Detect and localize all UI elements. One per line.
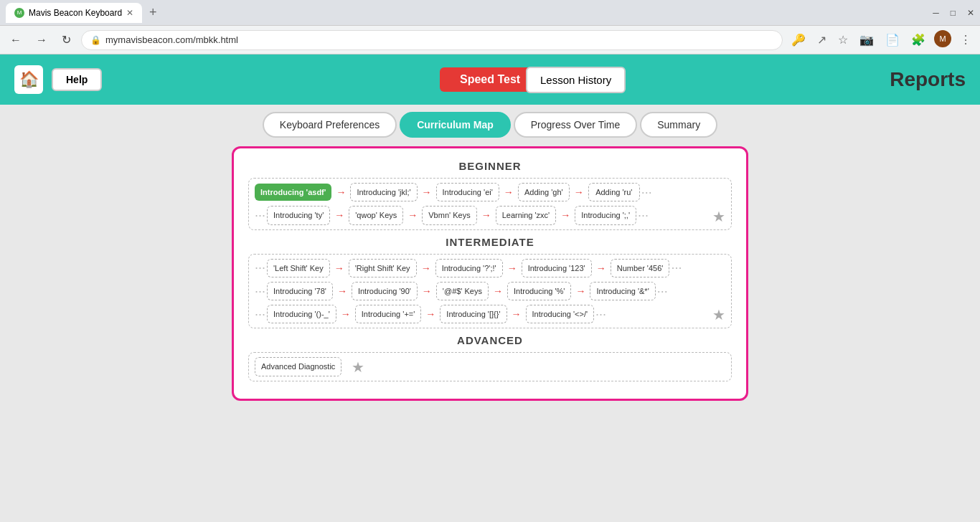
arrow-icon: →	[419, 186, 435, 198]
lesson-box[interactable]: Introducing 'asdf'	[255, 184, 331, 201]
help-button[interactable]: Help	[52, 68, 102, 91]
lesson-box[interactable]: Introducing 'ty'	[267, 206, 330, 224]
lesson-box[interactable]: Introducing '()-_'	[267, 305, 336, 323]
lesson-box[interactable]: Adding 'gh'	[518, 183, 570, 201]
app-header: 🏠 Help Speed Test Lesson History Reports	[0, 54, 980, 105]
arrow-icon: →	[509, 308, 524, 320]
row-left-dots: ···	[255, 208, 265, 223]
arrow-icon: →	[338, 308, 354, 320]
tab-title: Mavis Beacon Keyboarding	[29, 8, 122, 18]
curriculum-map-card: BEGINNERIntroducing 'asdf'→Introducing '…	[232, 146, 748, 401]
row-right-dots: ···	[641, 185, 652, 200]
lesson-box[interactable]: Introducing '&*'	[590, 282, 655, 300]
browser-toolbar: 🔑 ↗ ☆ 📷 📄 🧩 M ⋮	[788, 30, 974, 49]
main-content: BEGINNERIntroducing 'asdf'→Introducing '…	[0, 143, 980, 408]
row-left-dots: ···	[255, 284, 265, 299]
section-rows-beginner: Introducing 'asdf'→Introducing 'jkl;'→In…	[248, 178, 732, 230]
share-icon[interactable]: ↗	[814, 30, 829, 49]
lesson-row: ···'Left Shift' Key→'Right Shift' Key→In…	[255, 259, 725, 277]
arrow-icon: →	[571, 186, 587, 198]
lesson-box[interactable]: Introducing '[]{}'	[440, 305, 507, 323]
row-left-dots: ···	[255, 260, 265, 275]
lesson-row: ···Introducing '78'→Introducing '90'→'@#…	[255, 282, 725, 300]
lesson-box[interactable]: Introducing '123'	[522, 259, 592, 277]
reload-button[interactable]: ↻	[57, 30, 75, 49]
row-left-dots: ···	[255, 307, 265, 322]
reports-label: Reports	[890, 68, 966, 91]
star-icon: ★	[712, 208, 725, 225]
lesson-box[interactable]: Introducing '?';!'	[435, 259, 503, 277]
arrow-icon: →	[334, 285, 350, 297]
maximize-icon[interactable]: □	[951, 8, 956, 18]
address-bar[interactable]: 🔒 mymavisbeacon.com/mbkk.html	[81, 30, 783, 50]
tab-summary[interactable]: Summary	[640, 112, 717, 138]
lesson-box[interactable]: Number '456'	[611, 259, 670, 277]
lock-icon: 🔒	[90, 35, 101, 45]
arrow-icon: →	[490, 285, 506, 297]
lesson-box[interactable]: Introducing '<>/'	[526, 305, 595, 323]
profile-avatar[interactable]: M	[934, 30, 951, 47]
reader-icon[interactable]: 📄	[882, 30, 903, 49]
back-button[interactable]: ←	[6, 31, 26, 49]
lesson-box[interactable]: 'Right Shift' Key	[349, 259, 417, 277]
lesson-row: Introducing 'asdf'→Introducing 'jkl;'→In…	[255, 183, 725, 201]
arrow-icon: →	[419, 285, 435, 297]
lesson-box[interactable]: '@#$' Keys	[436, 282, 489, 300]
lesson-box[interactable]: Advanced Diagnostic	[255, 357, 341, 376]
row-right-dots: ···	[638, 208, 649, 223]
tab-progress-over-time[interactable]: Progress Over Time	[514, 112, 637, 138]
lesson-box[interactable]: Learning 'zxc'	[496, 206, 557, 224]
tab-favicon: M	[14, 8, 24, 18]
tab-curriculum-map[interactable]: Curriculum Map	[400, 112, 511, 138]
lesson-box[interactable]: Introducing 'jkl;'	[350, 183, 417, 201]
forward-button[interactable]: →	[32, 31, 52, 49]
section-title-intermediate: INTERMEDIATE	[248, 236, 732, 248]
arrow-icon: →	[423, 308, 438, 320]
lesson-box[interactable]: Introducing '90'	[352, 282, 418, 300]
arrow-icon: →	[331, 209, 347, 221]
star-icon: ★	[352, 359, 364, 376]
lesson-box[interactable]: Vbmn' Keys	[422, 206, 476, 224]
star-toolbar-icon[interactable]: ☆	[835, 30, 851, 49]
lesson-box[interactable]: Adding 'ru'	[588, 183, 640, 201]
lesson-box[interactable]: Introducing '%'	[507, 282, 571, 300]
row-right-dots: ···	[657, 284, 668, 299]
arrow-icon: →	[331, 262, 347, 274]
window-controls: ─ □ ✕	[933, 8, 974, 18]
lesson-box[interactable]: 'qwop' Keys	[349, 206, 403, 224]
row-right-dots: ···	[595, 307, 606, 322]
arrow-icon: →	[405, 209, 420, 221]
lesson-row: ···Introducing 'ty'→'qwop' Keys→Vbmn' Ke…	[255, 206, 725, 224]
lesson-box[interactable]: Introducing '78'	[267, 282, 333, 300]
home-icon: 🏠	[14, 65, 43, 94]
section-title-beginner: BEGINNER	[248, 160, 732, 172]
home-button[interactable]: 🏠	[14, 65, 43, 94]
key-icon[interactable]: 🔑	[788, 30, 809, 49]
tab-keyboard-preferences[interactable]: Keyboard Preferences	[263, 112, 397, 138]
new-tab-button[interactable]: +	[146, 5, 160, 20]
section-title-advanced: ADVANCED	[248, 334, 732, 346]
arrow-icon: →	[593, 262, 609, 274]
lesson-box[interactable]: Introducing ';,'	[575, 206, 636, 224]
screenshot-icon[interactable]: 📷	[857, 30, 877, 49]
lesson-history-button[interactable]: Lesson History	[526, 67, 626, 93]
arrow-icon: →	[504, 262, 520, 274]
lesson-box[interactable]: 'Left Shift' Key	[267, 259, 330, 277]
extension-icon[interactable]: 🧩	[908, 30, 928, 49]
lesson-box[interactable]: Introducing 'ei'	[436, 183, 499, 201]
minimize-icon[interactable]: ─	[933, 8, 939, 18]
close-icon[interactable]: ✕	[967, 8, 974, 18]
arrow-icon: →	[573, 285, 588, 297]
arrow-icon: →	[557, 209, 573, 221]
arrow-icon: →	[418, 262, 434, 274]
lesson-box[interactable]: Introducing '+='	[355, 305, 422, 323]
tab-close-icon[interactable]: ✕	[126, 8, 133, 18]
arrow-icon: →	[501, 186, 517, 198]
lesson-row: Advanced Diagnostic★	[255, 357, 725, 376]
url-text: mymavisbeacon.com/mbkk.html	[105, 34, 238, 45]
menu-icon[interactable]: ⋮	[957, 30, 974, 49]
arrow-icon: →	[333, 186, 349, 198]
section-rows-intermediate: ···'Left Shift' Key→'Right Shift' Key→In…	[248, 254, 732, 329]
star-icon: ★	[712, 306, 725, 323]
arrow-icon: →	[479, 209, 494, 221]
